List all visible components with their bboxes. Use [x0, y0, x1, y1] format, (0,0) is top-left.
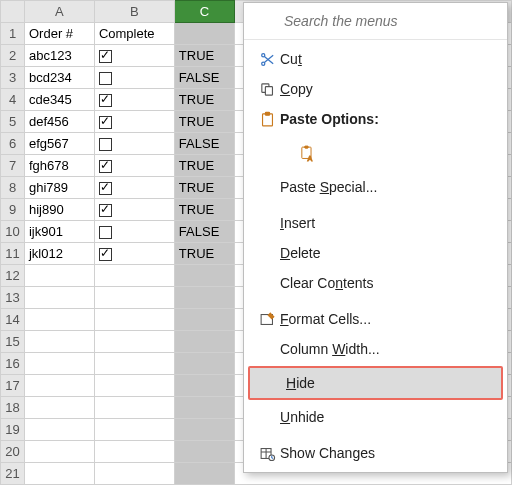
cell[interactable]: efg567 — [24, 133, 94, 155]
cell[interactable]: fgh678 — [24, 155, 94, 177]
cell-selected-col[interactable] — [174, 353, 234, 375]
menu-column-width[interactable]: Column Width... — [244, 334, 507, 364]
menu-search-input[interactable] — [284, 13, 497, 29]
menu-insert[interactable]: Insert — [244, 208, 507, 238]
cell-checkbox[interactable] — [94, 67, 174, 89]
cell-checkbox[interactable] — [94, 221, 174, 243]
cell-selected-col[interactable]: FALSE — [174, 221, 234, 243]
cell[interactable]: bcd234 — [24, 67, 94, 89]
menu-show-changes[interactable]: Show Changes — [244, 438, 507, 468]
menu-clear-contents[interactable]: Clear Contents — [244, 268, 507, 298]
row-header[interactable]: 6 — [1, 133, 25, 155]
cell-selected-col[interactable]: TRUE — [174, 177, 234, 199]
menu-delete[interactable]: Delete — [244, 238, 507, 268]
cell[interactable] — [24, 397, 94, 419]
cell-checkbox[interactable] — [94, 441, 174, 463]
checkbox-icon[interactable] — [99, 72, 112, 85]
cell-selected-col[interactable] — [174, 23, 234, 45]
checkbox-icon[interactable] — [99, 204, 112, 217]
cell-checkbox[interactable] — [94, 309, 174, 331]
menu-copy[interactable]: Copy — [244, 74, 507, 104]
cell[interactable]: ijk901 — [24, 221, 94, 243]
row-header[interactable]: 2 — [1, 45, 25, 67]
row-header[interactable]: 20 — [1, 441, 25, 463]
cell-selected-col[interactable]: FALSE — [174, 133, 234, 155]
row-header[interactable]: 16 — [1, 353, 25, 375]
cell[interactable] — [24, 419, 94, 441]
cell[interactable]: cde345 — [24, 89, 94, 111]
cell-selected-col[interactable] — [174, 463, 234, 485]
select-all-corner[interactable] — [1, 1, 25, 23]
cell-checkbox[interactable] — [94, 89, 174, 111]
cell-selected-col[interactable]: TRUE — [174, 111, 234, 133]
cell-checkbox[interactable] — [94, 45, 174, 67]
row-header[interactable]: 1 — [1, 23, 25, 45]
row-header[interactable]: 3 — [1, 67, 25, 89]
cell-selected-col[interactable]: TRUE — [174, 89, 234, 111]
row-header[interactable]: 17 — [1, 375, 25, 397]
checkbox-icon[interactable] — [99, 50, 112, 63]
cell-selected-col[interactable] — [174, 287, 234, 309]
cell-checkbox[interactable] — [94, 353, 174, 375]
row-header[interactable]: 14 — [1, 309, 25, 331]
cell-checkbox[interactable] — [94, 133, 174, 155]
menu-format-cells[interactable]: Format Cells... — [244, 304, 507, 334]
cell-checkbox[interactable] — [94, 463, 174, 485]
cell[interactable]: abc123 — [24, 45, 94, 67]
row-header[interactable]: 21 — [1, 463, 25, 485]
cell[interactable]: def456 — [24, 111, 94, 133]
cell-checkbox[interactable] — [94, 199, 174, 221]
cell[interactable] — [24, 375, 94, 397]
row-header[interactable]: 12 — [1, 265, 25, 287]
menu-paste-keep-text-button[interactable]: A — [244, 134, 507, 172]
cell[interactable] — [24, 463, 94, 485]
checkbox-icon[interactable] — [99, 138, 112, 151]
row-header[interactable]: 8 — [1, 177, 25, 199]
cell-selected-col[interactable]: TRUE — [174, 243, 234, 265]
cell-selected-col[interactable]: TRUE — [174, 155, 234, 177]
cell-selected-col[interactable]: TRUE — [174, 45, 234, 67]
column-header-C[interactable]: C — [174, 1, 234, 23]
cell-checkbox[interactable] — [94, 419, 174, 441]
cell[interactable] — [24, 309, 94, 331]
row-header[interactable]: 15 — [1, 331, 25, 353]
cell-checkbox[interactable] — [94, 111, 174, 133]
cell-selected-col[interactable]: FALSE — [174, 67, 234, 89]
column-header-A[interactable]: A — [24, 1, 94, 23]
menu-cut[interactable]: Cut — [244, 44, 507, 74]
row-header[interactable]: 10 — [1, 221, 25, 243]
cell[interactable]: ghi789 — [24, 177, 94, 199]
menu-hide[interactable]: Hide — [248, 366, 503, 400]
cell[interactable] — [24, 331, 94, 353]
cell-selected-col[interactable] — [174, 265, 234, 287]
row-header[interactable]: 5 — [1, 111, 25, 133]
cell-checkbox[interactable] — [94, 177, 174, 199]
cell-checkbox[interactable] — [94, 287, 174, 309]
menu-paste-options[interactable]: Paste Options: — [244, 104, 507, 134]
checkbox-icon[interactable] — [99, 248, 112, 261]
menu-unhide[interactable]: Unhide — [244, 402, 507, 432]
menu-paste-special[interactable]: Paste Special... — [244, 172, 507, 202]
cell[interactable]: jkl012 — [24, 243, 94, 265]
cell-checkbox[interactable] — [94, 243, 174, 265]
row-header[interactable]: 18 — [1, 397, 25, 419]
row-header[interactable]: 7 — [1, 155, 25, 177]
cell-selected-col[interactable] — [174, 441, 234, 463]
row-header[interactable]: 4 — [1, 89, 25, 111]
cell-selected-col[interactable] — [174, 309, 234, 331]
checkbox-icon[interactable] — [99, 226, 112, 239]
cell[interactable]: hij890 — [24, 199, 94, 221]
row-header[interactable]: 11 — [1, 243, 25, 265]
cell[interactable] — [24, 353, 94, 375]
cell-selected-col[interactable] — [174, 331, 234, 353]
cell-selected-col[interactable] — [174, 375, 234, 397]
cell[interactable] — [24, 265, 94, 287]
cell-checkbox[interactable] — [94, 331, 174, 353]
checkbox-icon[interactable] — [99, 160, 112, 173]
cell[interactable]: Order # — [24, 23, 94, 45]
checkbox-icon[interactable] — [99, 182, 112, 195]
cell-selected-col[interactable] — [174, 397, 234, 419]
cell-checkbox[interactable] — [94, 155, 174, 177]
checkbox-icon[interactable] — [99, 94, 112, 107]
cell-checkbox[interactable]: Complete — [94, 23, 174, 45]
